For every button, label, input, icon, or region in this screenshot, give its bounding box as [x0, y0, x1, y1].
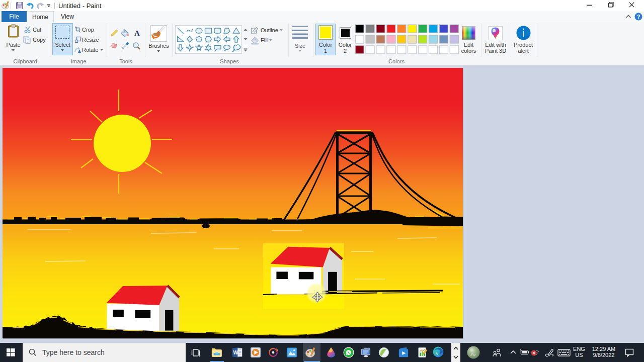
svg-text:W: W — [233, 349, 238, 355]
svg-text:A: A — [134, 29, 140, 37]
svg-text:?: ? — [637, 14, 640, 20]
